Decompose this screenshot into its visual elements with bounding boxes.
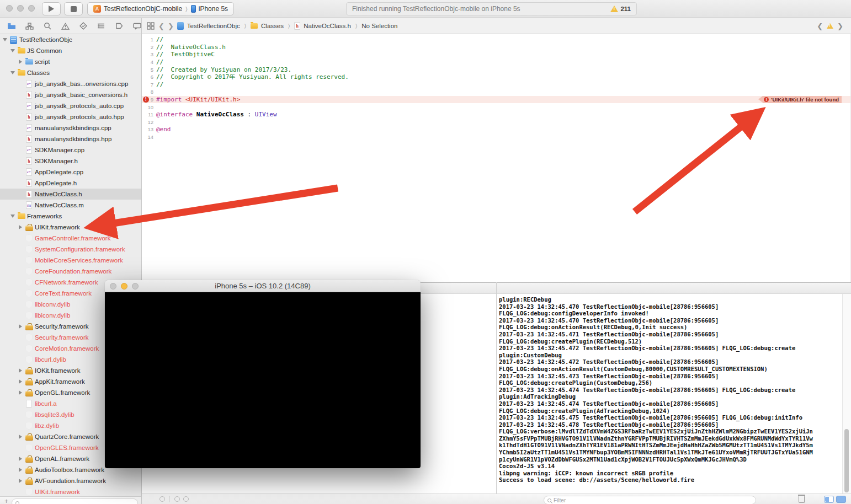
- disclosure-triangle-icon[interactable]: [18, 368, 23, 373]
- sidebar-item[interactable]: c+manualanysdkbindings.cpp: [0, 122, 141, 133]
- simulator-window[interactable]: iPhone 5s – iOS 10.2 (14C89): [105, 280, 421, 468]
- zoom-button[interactable]: [28, 5, 35, 12]
- minimize-button[interactable]: [121, 283, 127, 289]
- debug-bar-icon[interactable]: [174, 496, 180, 502]
- sidebar-item[interactable]: UIKit.framework: [0, 486, 141, 497]
- disclosure-triangle-icon[interactable]: [18, 324, 23, 329]
- debug-bar-icon[interactable]: [183, 496, 189, 502]
- sidebar-item[interactable]: GameController.framework: [0, 233, 141, 244]
- source-editor[interactable]: 1//2// NativeOcClass.h3// TestObjtiveC4/…: [142, 34, 851, 282]
- disclosure-triangle-icon[interactable]: [18, 479, 23, 483]
- previous-issue-button[interactable]: ❮: [817, 22, 823, 30]
- sidebar-item[interactable]: hSDKManager.h: [0, 156, 141, 167]
- sidebar-item[interactable]: c+AppDelegate.cpp: [0, 167, 141, 178]
- clear-console-button[interactable]: [799, 496, 805, 503]
- disclosure-triangle-icon[interactable]: [2, 38, 8, 41]
- breadcrumb-selection[interactable]: No Selection: [361, 23, 397, 29]
- breadcrumb-project[interactable]: TestReflectionObjc: [187, 23, 240, 29]
- minimize-button[interactable]: [17, 5, 24, 12]
- simulator-titlebar[interactable]: iPhone 5s – iOS 10.2 (14C89): [105, 280, 421, 292]
- show-console-toggle[interactable]: [836, 496, 846, 503]
- breakpoint-navigator-icon[interactable]: [115, 22, 123, 30]
- code-line: 10: [142, 103, 850, 111]
- project-navigator-icon[interactable]: [7, 22, 16, 30]
- next-issue-button[interactable]: ❯: [837, 22, 843, 30]
- warning-badge[interactable]: 211: [610, 6, 631, 12]
- disclosure-triangle-icon[interactable]: [10, 215, 15, 218]
- sidebar-item[interactable]: AVFoundation.framework: [0, 475, 141, 486]
- show-variables-toggle[interactable]: [824, 496, 834, 503]
- sidebar-item[interactable]: hAppDelegate.h: [0, 178, 141, 189]
- close-button[interactable]: [110, 283, 116, 289]
- header-file-icon: h: [26, 135, 32, 143]
- disclosure-triangle-icon[interactable]: [18, 435, 23, 439]
- sidebar-item[interactable]: Frameworks: [0, 211, 141, 222]
- sidebar-item[interactable]: SystemConfiguration.framework: [0, 244, 141, 255]
- related-items-icon[interactable]: [146, 22, 155, 30]
- scheme-selector[interactable]: A TestReflectionObjC-mobile 〉 iPhone 5s: [87, 2, 234, 15]
- activity-status[interactable]: Finished running TestReflectionObjc-mobi…: [346, 2, 637, 15]
- disclosure-triangle-icon[interactable]: [18, 225, 23, 229]
- header-file-icon: h: [294, 22, 300, 30]
- debug-area-divider[interactable]: [496, 282, 497, 504]
- forward-button[interactable]: ❯: [168, 22, 174, 30]
- sidebar-item[interactable]: script: [0, 56, 141, 67]
- sidebar-item[interactable]: hjsb_anysdk_basic_conversions.h: [0, 89, 141, 100]
- sidebar-item[interactable]: TestReflectionObjc: [0, 34, 141, 45]
- code-text: // TestObjtiveC: [156, 51, 215, 58]
- breadcrumb-file[interactable]: NativeOcClass.h: [304, 23, 351, 29]
- sidebar-item-label: Security.framework: [35, 334, 89, 341]
- disclosure-triangle-icon[interactable]: [18, 379, 23, 384]
- debug-bar-icon[interactable]: [159, 496, 165, 502]
- disclosure-triangle-icon[interactable]: [18, 390, 23, 395]
- sidebar-item[interactable]: c+jsb_anysdk_protocols_auto.cpp: [0, 100, 141, 111]
- disclosure-triangle-icon[interactable]: [18, 60, 23, 64]
- sidebar-item[interactable]: hNativeOcClass.h: [0, 189, 141, 200]
- zoom-button[interactable]: [132, 283, 139, 289]
- disclosure-triangle-icon[interactable]: [10, 49, 15, 52]
- jump-bar: ❮ ❯ TestReflectionObjc 〉 Classes 〉 h Nat…: [142, 18, 851, 34]
- console-output[interactable]: plugin:RECDebug2017-03-23 14:32:45.470 T…: [497, 294, 842, 494]
- code-line: 4//: [142, 58, 850, 66]
- error-banner[interactable]: !'UIKit/UIKit.h' file not found: [758, 96, 842, 104]
- sidebar-item[interactable]: CoreFoundation.framework: [0, 266, 141, 277]
- add-button[interactable]: +: [4, 498, 8, 504]
- sidebar-item-label: CFNetwork.framework: [35, 279, 98, 286]
- sidebar-item[interactable]: UIKit.framework: [0, 222, 141, 233]
- code-line: 8: [142, 88, 850, 96]
- debug-navigator-icon[interactable]: [97, 22, 105, 30]
- sidebar-item[interactable]: c+SDKManager.cpp: [0, 144, 141, 156]
- disclosure-triangle-icon[interactable]: [10, 71, 15, 74]
- navigator-filter-field[interactable]: [12, 498, 138, 504]
- test-navigator-icon[interactable]: [79, 22, 87, 30]
- error-icon[interactable]: !: [143, 96, 149, 103]
- sidebar-item[interactable]: MobileCoreServices.framework: [0, 255, 141, 266]
- scheme-app-icon: A: [93, 5, 101, 13]
- sidebar-item[interactable]: hjsb_anysdk_protocols_auto.hpp: [0, 111, 141, 122]
- sidebar-item[interactable]: hmanualanysdkbindings.hpp: [0, 133, 141, 144]
- issue-navigator-icon[interactable]: [61, 22, 70, 30]
- sidebar-item[interactable]: Classes: [0, 67, 141, 78]
- breadcrumb-group[interactable]: Classes: [261, 23, 284, 29]
- disclosure-triangle-icon[interactable]: [18, 457, 23, 461]
- sidebar-item-label: CoreText.framework: [35, 290, 92, 297]
- sidebar-item[interactable]: c+jsb_anysdk_bas...onversions.cpp: [0, 78, 141, 89]
- console-log-line: FLQG_LOG:debug:onActionResult(RECDebug,0…: [499, 324, 842, 331]
- sidebar-item[interactable]: mNativeOcClass.m: [0, 200, 141, 211]
- report-navigator-icon[interactable]: [133, 22, 141, 30]
- device-name[interactable]: iPhone 5s: [199, 5, 228, 13]
- missing-framework-icon: [25, 234, 33, 243]
- symbol-navigator-icon[interactable]: [25, 22, 34, 30]
- console-filter-field[interactable]: Filter: [544, 496, 756, 504]
- scheme-name[interactable]: TestReflectionObjC-mobile: [104, 5, 182, 13]
- missing-framework-icon: [25, 289, 33, 298]
- simulator-screen[interactable]: [105, 292, 421, 468]
- stop-button[interactable]: [64, 2, 83, 15]
- back-button[interactable]: ❮: [158, 22, 164, 30]
- disclosure-triangle-icon[interactable]: [18, 468, 23, 472]
- sidebar-item[interactable]: JS Common: [0, 45, 141, 56]
- run-button[interactable]: [42, 2, 61, 15]
- close-button[interactable]: [6, 5, 13, 12]
- console-scrollbar-thumb[interactable]: [844, 429, 849, 492]
- search-navigator-icon[interactable]: [43, 22, 51, 30]
